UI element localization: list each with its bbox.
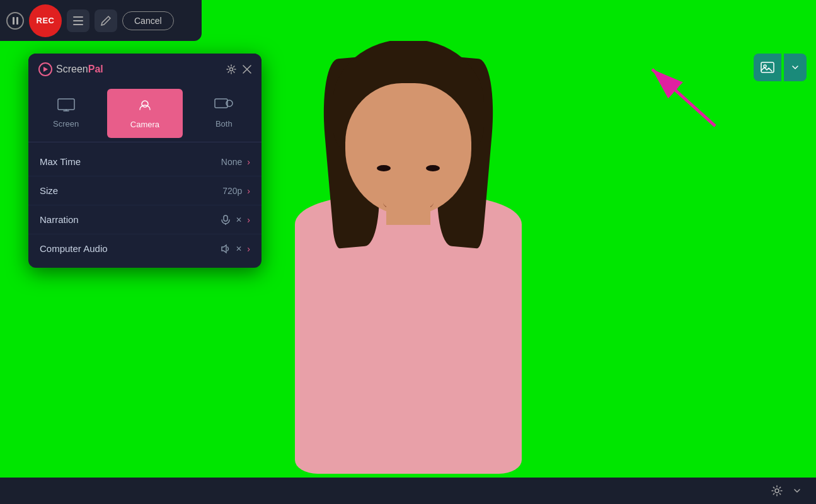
face (345, 83, 471, 215)
eye-left (377, 165, 391, 171)
tab-screen-label: Screen (53, 119, 79, 129)
size-value: 720p › (222, 186, 250, 196)
bottom-bar (0, 478, 816, 504)
max-time-label: Max Time (40, 156, 81, 167)
cancel-button[interactable]: Cancel (122, 11, 174, 30)
computer-audio-value: ✕ › (221, 244, 250, 254)
tab-camera[interactable]: Camera (107, 89, 182, 138)
menu-button[interactable] (67, 9, 89, 32)
panel-actions (226, 64, 251, 74)
rec-button[interactable]: REC (29, 4, 62, 37)
svg-rect-6 (224, 215, 227, 221)
svg-point-10 (775, 489, 779, 493)
close-button[interactable] (243, 65, 251, 74)
logo-text: ScreenPal (56, 64, 103, 75)
screen-icon (57, 98, 75, 115)
size-label: Size (40, 185, 58, 196)
menu-line-1 (73, 16, 83, 18)
tab-screen[interactable]: Screen (28, 85, 103, 142)
svg-point-1 (230, 68, 233, 71)
size-row[interactable]: Size 720p › (28, 176, 261, 205)
mic-muted-icon: ✕ (236, 215, 242, 224)
svg-rect-4 (215, 99, 227, 108)
logo-pal: Pal (88, 64, 103, 74)
narration-row[interactable]: Narration ✕ › (28, 205, 261, 234)
computer-audio-chevron-icon: › (247, 244, 250, 254)
logo-area: ScreenPal (38, 62, 103, 76)
mode-tabs: Screen Camera Both (28, 85, 261, 142)
eye-right (426, 165, 440, 171)
computer-audio-row[interactable]: Computer Audio ✕ › (28, 234, 261, 263)
body-sweater (295, 197, 522, 474)
computer-audio-label: Computer Audio (40, 243, 108, 254)
top-right-controls (754, 54, 807, 81)
camera-icon (137, 98, 152, 116)
bottom-gear-button[interactable] (768, 482, 786, 500)
screenpal-logo-icon (38, 62, 52, 76)
size-text: 720p (222, 186, 242, 196)
max-time-value: None › (221, 157, 250, 167)
image-mode-button[interactable] (754, 54, 781, 81)
narration-chevron-icon: › (247, 215, 250, 225)
tab-both[interactable]: Both (187, 85, 261, 142)
logo-screen: Screen (56, 64, 88, 74)
max-time-row[interactable]: Max Time None › (28, 147, 261, 176)
menu-line-2 (73, 20, 83, 21)
size-chevron-icon: › (247, 186, 250, 196)
tab-camera-label: Camera (130, 120, 159, 129)
neck (386, 200, 430, 225)
tab-both-label: Both (215, 119, 233, 129)
both-icon (214, 98, 233, 115)
svg-rect-2 (58, 99, 74, 110)
narration-label: Narration (40, 214, 79, 225)
bottom-actions (768, 482, 806, 500)
settings-gear-button[interactable] (226, 64, 236, 74)
menu-line-3 (73, 24, 83, 25)
speaker-icon (221, 244, 231, 254)
pause-bar-left (13, 17, 14, 25)
bottom-chevron-button[interactable] (788, 482, 806, 500)
panel-header: ScreenPal (28, 54, 261, 85)
toolbar: REC Cancel (0, 0, 202, 41)
max-time-chevron-icon: › (247, 157, 250, 167)
edit-button[interactable] (95, 9, 117, 32)
max-time-text: None (221, 157, 242, 167)
pause-button[interactable] (6, 12, 24, 30)
expand-button[interactable] (784, 54, 807, 81)
pause-bar-right (16, 17, 18, 25)
person-silhouette (251, 45, 566, 474)
svg-point-3 (142, 101, 148, 107)
microphone-icon (221, 215, 231, 225)
settings-section: Max Time None › Size 720p › Narration (28, 142, 261, 268)
speaker-muted-icon: ✕ (236, 244, 242, 253)
screenpal-panel: ScreenPal (28, 54, 261, 268)
narration-value: ✕ › (221, 215, 250, 225)
